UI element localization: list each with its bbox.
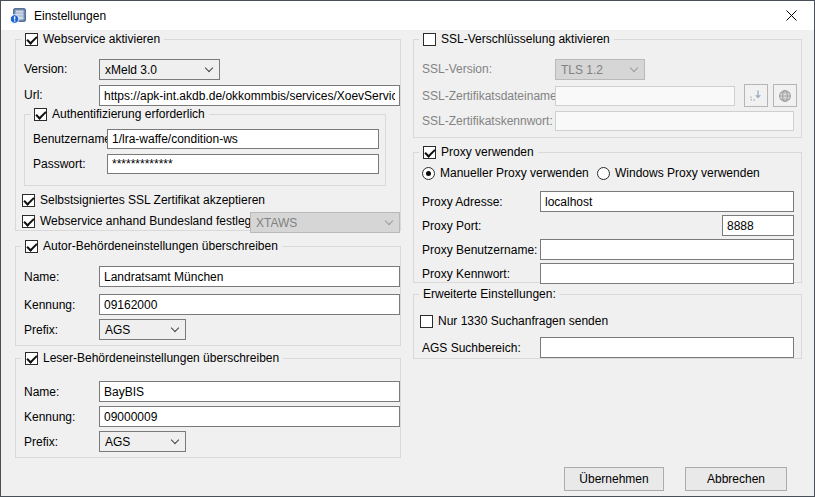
ags-suchbereich-label: AGS Suchbereich: bbox=[422, 341, 521, 355]
webservice-group: Webservice aktivieren Version: xMeld 3.0… bbox=[15, 39, 401, 231]
leser-override-checkbox[interactable] bbox=[25, 352, 38, 365]
autor-override-checkbox[interactable] bbox=[25, 240, 38, 253]
proxy-windows-label: Windows Proxy verwenden bbox=[615, 166, 760, 180]
chevron-down-icon bbox=[171, 437, 180, 446]
selfsigned-label: Selbstsigniertes SSL Zertifikat akzeptie… bbox=[40, 193, 265, 207]
ssl-file-browse-button bbox=[744, 84, 768, 107]
auth-required-checkbox[interactable] bbox=[34, 108, 47, 121]
leser-prefix-label: Prefix: bbox=[24, 435, 58, 449]
version-value: xMeld 3.0 bbox=[105, 63, 157, 77]
open-file-icon bbox=[749, 89, 763, 103]
ssl-file-globe-button bbox=[773, 84, 797, 107]
autor-group-label: Autor-Behördeneinstellungen überschreibe… bbox=[43, 239, 278, 253]
proxy-enable-checkbox[interactable] bbox=[423, 146, 436, 159]
ssl-group-label: SSL-Verschlüsselung aktivieren bbox=[441, 32, 610, 46]
url-input[interactable] bbox=[99, 85, 400, 106]
nur1330-checkbox[interactable] bbox=[420, 315, 433, 328]
close-icon bbox=[786, 10, 797, 21]
proxy-username-input[interactable] bbox=[540, 239, 794, 260]
bundesland-row: Webservice anhand Bundesland festlegen bbox=[22, 214, 265, 228]
version-label: Version: bbox=[24, 62, 67, 76]
leser-prefix-value: AGS bbox=[105, 435, 130, 449]
globe-icon bbox=[778, 89, 792, 103]
apply-button[interactable]: Übernehmen bbox=[564, 467, 664, 491]
proxy-group: Proxy verwenden Manueller Proxy verwende… bbox=[413, 152, 802, 283]
close-button[interactable] bbox=[769, 1, 814, 30]
proxy-password-label: Proxy Kennwort: bbox=[422, 267, 510, 281]
autor-prefix-select[interactable]: AGS bbox=[99, 319, 186, 340]
version-select[interactable]: xMeld 3.0 bbox=[99, 59, 220, 80]
leser-name-label: Name: bbox=[24, 385, 59, 399]
proxy-manual-row: Manueller Proxy verwenden bbox=[422, 166, 589, 180]
auth-group-label: Authentifizierung erforderlich bbox=[52, 107, 205, 121]
advanced-group: Erweiterte Einstellungen: Nur 1330 Sucha… bbox=[413, 294, 802, 359]
ssl-file-label: SSL-Zertifikatsdateiname: bbox=[422, 89, 560, 103]
leser-group: Leser-Behördeneinstellungen überschreibe… bbox=[15, 358, 401, 458]
username-label: Benutzername: bbox=[33, 132, 114, 146]
leser-kennung-label: Kennung: bbox=[24, 410, 75, 424]
bundesland-select: XTAWS bbox=[250, 212, 400, 233]
bundesland-value: XTAWS bbox=[256, 216, 297, 230]
autor-name-input[interactable] bbox=[99, 266, 400, 287]
password-input[interactable] bbox=[107, 154, 379, 174]
autor-group: Autor-Behördeneinstellungen überschreibe… bbox=[15, 246, 401, 346]
leser-group-label: Leser-Behördeneinstellungen überschreibe… bbox=[43, 351, 279, 365]
ssl-version-label: SSL-Version: bbox=[422, 62, 492, 76]
ags-suchbereich-input[interactable] bbox=[540, 337, 794, 358]
leser-prefix-select[interactable]: AGS bbox=[99, 431, 186, 452]
proxy-windows-row: Windows Proxy verwenden bbox=[597, 166, 760, 180]
bundesland-checkbox[interactable] bbox=[22, 215, 35, 228]
proxy-group-label: Proxy verwenden bbox=[441, 145, 534, 159]
nur1330-row: Nur 1330 Suchanfragen senden bbox=[420, 314, 608, 328]
bundesland-label: Webservice anhand Bundesland festlegen bbox=[40, 214, 265, 228]
auth-group: Authentifizierung erforderlich Benutzern… bbox=[24, 114, 386, 186]
proxy-windows-radio[interactable] bbox=[597, 167, 610, 180]
autor-kennung-label: Kennung: bbox=[24, 298, 75, 312]
autor-prefix-value: AGS bbox=[105, 323, 130, 337]
nur1330-label: Nur 1330 Suchanfragen senden bbox=[438, 314, 608, 328]
selfsigned-checkbox[interactable] bbox=[22, 194, 35, 207]
advanced-group-label: Erweiterte Einstellungen: bbox=[423, 287, 556, 301]
ssl-password-input bbox=[555, 111, 794, 131]
password-label: Passwort: bbox=[33, 157, 86, 171]
ssl-password-label: SSL-Zertifikatskennwort: bbox=[422, 114, 553, 128]
chevron-down-icon bbox=[171, 325, 180, 334]
ssl-version-select: TLS 1.2 bbox=[555, 59, 645, 80]
ssl-enable-checkbox[interactable] bbox=[423, 33, 436, 46]
chevron-down-icon bbox=[630, 65, 639, 74]
proxy-username-label: Proxy Benutzername: bbox=[422, 243, 537, 257]
leser-kennung-input[interactable] bbox=[99, 406, 400, 427]
chevron-down-icon bbox=[385, 218, 394, 227]
webservice-enable-checkbox[interactable] bbox=[25, 33, 38, 46]
proxy-address-input[interactable] bbox=[540, 191, 794, 212]
username-input[interactable] bbox=[107, 129, 379, 149]
proxy-manual-label: Manueller Proxy verwenden bbox=[440, 166, 589, 180]
cancel-button[interactable]: Abbrechen bbox=[685, 467, 787, 491]
settings-dialog: Einstellungen Webservice aktivieren Vers… bbox=[0, 0, 815, 497]
webservice-group-label: Webservice aktivieren bbox=[43, 32, 160, 46]
chevron-down-icon bbox=[205, 65, 214, 74]
autor-name-label: Name: bbox=[24, 270, 59, 284]
proxy-password-input[interactable] bbox=[540, 263, 794, 284]
autor-kennung-input[interactable] bbox=[99, 294, 400, 315]
proxy-port-label: Proxy Port: bbox=[422, 219, 481, 233]
database-info-icon bbox=[10, 8, 26, 24]
proxy-port-input[interactable] bbox=[722, 215, 794, 236]
url-label: Url: bbox=[24, 88, 43, 102]
ssl-group: SSL-Verschlüsselung aktivieren SSL-Versi… bbox=[413, 39, 802, 138]
autor-prefix-label: Prefix: bbox=[24, 323, 58, 337]
proxy-manual-radio[interactable] bbox=[422, 167, 435, 180]
titlebar: Einstellungen bbox=[1, 1, 814, 30]
window-title: Einstellungen bbox=[34, 9, 106, 23]
ssl-version-value: TLS 1.2 bbox=[561, 63, 603, 77]
leser-name-input[interactable] bbox=[99, 381, 400, 402]
proxy-address-label: Proxy Adresse: bbox=[422, 195, 503, 209]
selfsigned-row: Selbstsigniertes SSL Zertifikat akzeptie… bbox=[22, 193, 265, 207]
ssl-file-input bbox=[555, 86, 735, 106]
